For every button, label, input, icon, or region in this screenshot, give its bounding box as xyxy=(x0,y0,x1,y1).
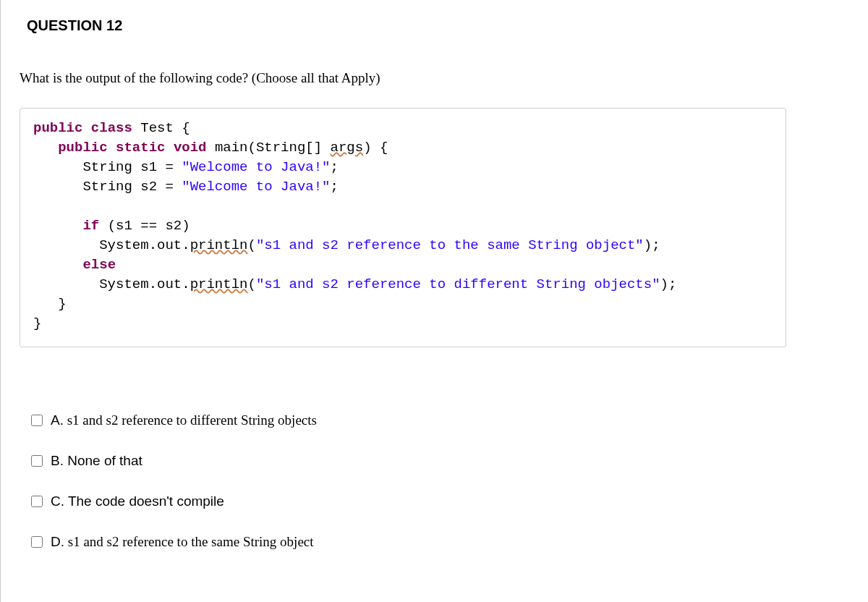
code-content: public class Test { public static void m… xyxy=(33,119,773,334)
answer-checkbox-b[interactable] xyxy=(31,455,43,467)
answer-letter: D. xyxy=(51,534,64,549)
answer-text: s1 and s2 reference to the same String o… xyxy=(64,534,314,549)
answer-option-d: D. s1 and s2 reference to the same Strin… xyxy=(28,534,868,550)
answer-checkbox-a[interactable] xyxy=(31,415,43,426)
answers-list: A. s1 and s2 reference to different Stri… xyxy=(28,412,868,550)
answer-letter: C. xyxy=(51,493,64,509)
answer-text: The code doesn't compile xyxy=(64,493,224,509)
answer-text: s1 and s2 reference to different String … xyxy=(64,412,317,428)
answer-letter: A. xyxy=(51,412,64,428)
answer-option-c: C. The code doesn't compile xyxy=(28,493,868,509)
answer-checkbox-c[interactable] xyxy=(31,496,43,507)
question-container: QUESTION 12 What is the output of the fo… xyxy=(0,0,868,602)
code-block: public class Test { public static void m… xyxy=(20,108,786,347)
answer-option-b: B. None of that xyxy=(28,453,868,469)
answer-option-a: A. s1 and s2 reference to different Stri… xyxy=(28,412,868,428)
answer-text: None of that xyxy=(64,453,142,468)
question-prompt: What is the output of the following code… xyxy=(20,70,868,86)
answer-checkbox-d[interactable] xyxy=(31,536,43,548)
answer-letter: B. xyxy=(51,453,64,468)
question-number: QUESTION 12 xyxy=(27,17,868,34)
